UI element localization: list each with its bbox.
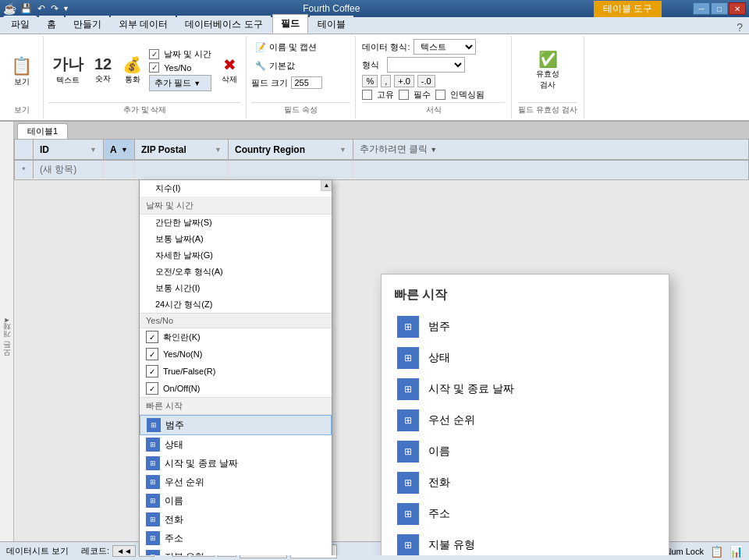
popup-item-name[interactable]: ⊞ 이름 <box>394 436 656 467</box>
ribbon-group-view: 📋 보기 보기 <box>0 36 44 119</box>
th-zip[interactable]: ZIP Postal▼ <box>135 140 229 159</box>
menu-item-payment-type[interactable]: ⊞ 지불 유형 <box>140 548 332 555</box>
required-label: 필수 <box>414 89 431 101</box>
menu-item-truefalse[interactable]: ✓ True/False(R) <box>140 363 332 380</box>
status-icon-1[interactable]: 📋 <box>710 545 723 558</box>
td-a[interactable] <box>104 161 135 179</box>
menu-item-start-end-date[interactable]: ⊞ 시작 및 종료 날짜 <box>140 454 332 473</box>
menu-item-normal-date[interactable]: 보통 날짜(A) <box>140 231 332 247</box>
table-header: ID▼ A▼ ZIP Postal▼ Country Region▼ 추가하려면… <box>15 140 748 161</box>
th-id[interactable]: ID▼ <box>34 140 104 159</box>
minimize-btn[interactable]: ─ <box>693 2 710 15</box>
td-zip[interactable] <box>135 161 229 179</box>
popup-item-phone[interactable]: ⊞ 전화 <box>394 467 656 498</box>
status-icon-2[interactable]: 📊 <box>729 545 743 558</box>
redo-icon[interactable]: ↷ <box>49 3 60 14</box>
menu-item-yesno[interactable]: ✓ Yes/No(N) <box>140 346 332 363</box>
title-bar: ☕ 💾 ↶ ↷ ▼ Fourth Coffee 테이블 도구 ─ □ ✕ <box>0 0 749 17</box>
menu-scroll-up[interactable]: ▲ <box>321 180 332 191</box>
nav-first-btn[interactable]: ◄◄ <box>112 545 136 557</box>
menu-item-detail-date[interactable]: 자세한 날짜(G) <box>140 247 332 264</box>
name-caption-btn[interactable]: 📝이름 및 캡션 <box>251 39 350 55</box>
field-props-group-label: 필드 속성 <box>251 102 350 115</box>
view-btn[interactable]: 📋 보기 <box>6 53 37 90</box>
th-add-col[interactable]: 추가하려면 클릭▼ <box>353 140 443 159</box>
undo-icon[interactable]: ↶ <box>36 3 47 14</box>
app-icon: ☕ <box>3 2 16 15</box>
doc-tab-table1[interactable]: 테이블1 <box>17 123 68 139</box>
save-icon[interactable]: 💾 <box>19 3 34 14</box>
popup-item-payment[interactable]: ⊞ 지불 유형 <box>394 530 656 555</box>
currency-btn[interactable]: 💰 통화 <box>119 53 146 87</box>
ribbon-tabs: 파일 홈 만들기 외부 데이터 데이터베이스 도구 필드 테이블 ? <box>0 17 749 34</box>
popup-item-category[interactable]: ⊞ 범주 <box>394 311 656 342</box>
table-container: ID▼ A▼ ZIP Postal▼ Country Region▼ 추가하려면… <box>14 139 749 180</box>
menu-item-index[interactable]: 지수(I) <box>140 180 332 197</box>
menu-item-phone[interactable]: ⊞ 전화 <box>140 510 332 529</box>
tab-db-tools[interactable]: 데이터베이스 도구 <box>177 16 270 34</box>
nav-left-arrow[interactable]: ◄ <box>3 317 11 324</box>
delete-btn[interactable]: ✖ 삭제 <box>218 53 241 87</box>
help-icon[interactable]: ? <box>737 21 743 34</box>
datetime-checkbox[interactable] <box>149 49 159 59</box>
data-type-label: 데이터 형식: <box>362 41 410 53</box>
text-btn[interactable]: 가나 텍스트 <box>48 51 87 88</box>
menu-section-quickstart: 빠른 시작 <box>140 397 332 415</box>
menu-item-status[interactable]: ⊞ 상태 <box>140 435 332 454</box>
row-selector-new: * <box>15 161 34 179</box>
menu-item-ampm[interactable]: 오전/오후 형식(A) <box>140 264 332 280</box>
tab-table[interactable]: 테이블 <box>310 16 353 34</box>
validate-group-label: 필드 유효성 검사 <box>518 102 577 115</box>
maximize-btn[interactable]: □ <box>711 2 728 15</box>
th-a[interactable]: A▼ <box>104 140 135 159</box>
tab-create[interactable]: 만들기 <box>66 16 109 34</box>
menu-item-24h[interactable]: 24시간 형식(Z) <box>140 296 332 313</box>
default-val-btn[interactable]: 🔧기본값 <box>251 58 350 74</box>
required-checkbox[interactable] <box>399 90 409 100</box>
menu-item-onoff[interactable]: ✓ On/Off(N) <box>140 380 332 397</box>
menu-item-checkbox[interactable]: ✓ 확인란(K) <box>140 328 332 346</box>
unique-checkbox[interactable] <box>362 90 372 100</box>
td-id[interactable]: (새 항목) <box>34 161 104 179</box>
percent-btn[interactable]: % <box>362 75 378 87</box>
comma-btn[interactable]: , <box>381 75 391 87</box>
status-right: Num Lock 📋 📊 <box>665 545 743 558</box>
data-type-select[interactable]: 텍스트 <box>414 39 476 55</box>
num-lock-label: Num Lock <box>665 547 704 556</box>
popup-item-address[interactable]: ⊞ 주소 <box>394 498 656 530</box>
popup-title: 빠른 시작 <box>394 287 656 303</box>
menu-section-datetime: 날짜 및 시간 <box>140 197 332 214</box>
menu-item-category[interactable]: ⊞ 범주 <box>140 415 332 435</box>
menu-item-priority[interactable]: ⊞ 우선 순위 <box>140 473 332 491</box>
view-group-label: 보기 <box>14 105 30 115</box>
ribbon-group-validate: ✅ 유효성검사 필드 유효성 검사 <box>512 36 584 119</box>
add-field-btn[interactable]: 추가 필드▼ <box>149 75 211 91</box>
menu-item-address[interactable]: ⊞ 주소 <box>140 529 332 548</box>
popup-item-priority[interactable]: ⊞ 우선 순위 <box>394 405 656 436</box>
decrease-decimals-btn[interactable]: -.0 <box>417 75 435 87</box>
field-size-input[interactable] <box>291 76 322 89</box>
indexed-checkbox[interactable] <box>435 90 445 100</box>
tab-field[interactable]: 필드 <box>272 14 308 34</box>
validate-btn[interactable]: ✅ 유효성검사 <box>531 47 564 94</box>
tab-home[interactable]: 홈 <box>39 16 64 34</box>
popup-item-start-end[interactable]: ⊞ 시작 및 종료 날짜 <box>394 374 656 405</box>
tab-file[interactable]: 파일 <box>3 16 37 34</box>
number-btn[interactable]: 12 숫자 <box>91 53 115 87</box>
increase-decimals-btn[interactable]: +.0 <box>394 75 414 87</box>
menu-item-simple-date[interactable]: 간단한 날짜(S) <box>140 214 332 231</box>
th-country[interactable]: Country Region▼ <box>229 140 353 159</box>
tab-external[interactable]: 외부 데이터 <box>111 16 176 34</box>
format-select[interactable] <box>387 57 465 73</box>
ribbon-group-format: 데이터 형식: 텍스트 형식 % , +.0 -.0 고유 <box>356 36 512 119</box>
yesno-checkbox[interactable] <box>149 62 159 73</box>
close-btn[interactable]: ✕ <box>729 2 746 15</box>
menu-item-normal-time[interactable]: 보통 시간(I) <box>140 280 332 296</box>
qat-dropdown[interactable]: ▼ <box>62 5 69 12</box>
datetime-label: 날짜 및 시간 <box>164 48 211 60</box>
title-bar-title: Fourth Coffee <box>69 3 594 14</box>
menu-item-name[interactable]: ⊞ 이름 <box>140 491 332 510</box>
popup-item-status[interactable]: ⊞ 상태 <box>394 342 656 374</box>
nav-objects-label: 모든 개체 <box>2 328 12 361</box>
td-country[interactable] <box>229 161 353 179</box>
